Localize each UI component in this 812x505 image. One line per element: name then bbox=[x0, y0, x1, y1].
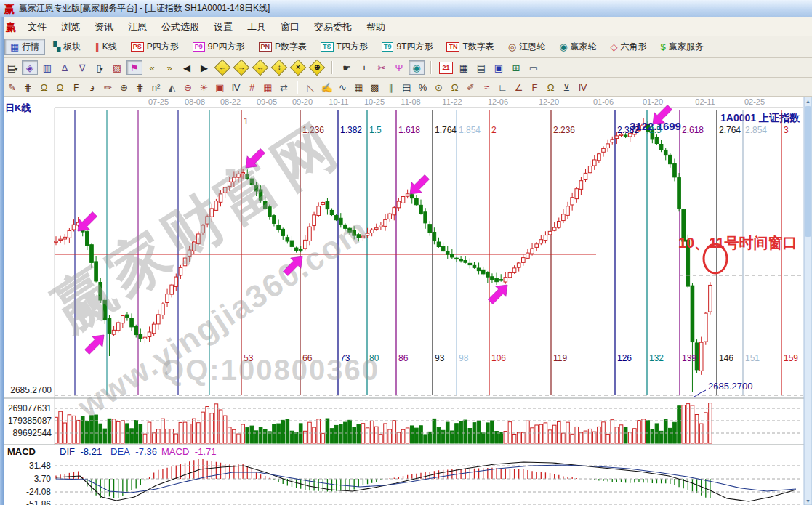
svg-text:2.764: 2.764 bbox=[719, 125, 741, 135]
toolbar-gann-wheel-button[interactable]: ◎江恩轮 bbox=[502, 39, 551, 55]
menu-item-4[interactable]: 公式选股 bbox=[154, 18, 206, 36]
svg-text:2.382: 2.382 bbox=[617, 125, 639, 135]
gann-tool-1-icon[interactable]: ⋕ bbox=[20, 80, 36, 94]
menu-item-1[interactable]: 浏览 bbox=[54, 18, 87, 36]
angle-tool-0-icon[interactable]: ◺ bbox=[303, 80, 318, 94]
step-prev-icon[interactable]: ◀ bbox=[179, 60, 195, 75]
svg-text:159: 159 bbox=[784, 353, 798, 363]
pan-right-icon[interactable]: → bbox=[233, 60, 250, 76]
print-icon[interactable]: ▭ bbox=[526, 60, 542, 75]
toolbar-sectors-button[interactable]: ▚板块 bbox=[47, 39, 87, 55]
angle-tool-14-icon[interactable]: F bbox=[527, 80, 542, 94]
menu-item-6[interactable]: 工具 bbox=[240, 18, 273, 36]
angle-tool-1-icon[interactable]: ✍ bbox=[319, 80, 334, 94]
zoom-v-icon[interactable]: ↕ bbox=[271, 60, 288, 76]
menu-item-7[interactable]: 窗口 bbox=[273, 18, 307, 36]
angle-tool-4-icon[interactable]: ▩ bbox=[367, 80, 382, 94]
toolbar-winner-service-button[interactable]: $赢家服务 bbox=[655, 39, 710, 55]
toolbar-hexagon-button[interactable]: ◇六角形 bbox=[605, 39, 653, 55]
zoom-reset-icon[interactable]: × bbox=[290, 60, 307, 76]
gann-tool-5-icon[interactable]: ϶ bbox=[84, 80, 100, 94]
angle-tool-16-icon[interactable]: ⊻ bbox=[559, 80, 574, 94]
toolbar-9t-square-button[interactable]: T99T四方形 bbox=[376, 39, 439, 55]
gann-tool-12-icon[interactable]: ✳ bbox=[196, 80, 212, 94]
zoom-h-icon[interactable]: ↔ bbox=[252, 60, 269, 76]
gann-tool-4-icon[interactable]: ₣ bbox=[68, 80, 84, 94]
bars-3-icon[interactable]: ∆ bbox=[57, 60, 73, 75]
chart-canvas[interactable]: 07-2508-0808-2209-0509-2010-1110-2511-08… bbox=[0, 97, 812, 505]
gann-tool-17-icon[interactable]: ⇄ bbox=[276, 80, 292, 94]
gann-tool-7-icon[interactable]: ⊕ bbox=[116, 80, 132, 94]
quote-detail-icon[interactable]: ▥ bbox=[39, 60, 55, 75]
gann-tool-13-icon[interactable]: ▣ bbox=[212, 80, 228, 94]
angle-tool-8-icon[interactable]: ⊙ bbox=[431, 80, 446, 94]
skip-last-icon[interactable]: » bbox=[161, 60, 177, 75]
svg-text:2.854: 2.854 bbox=[745, 125, 767, 135]
pan-left-icon[interactable]: ← bbox=[214, 60, 231, 76]
save-icon[interactable]: ▣ bbox=[491, 60, 507, 75]
toolbar-p-number-table-button[interactable]: PNP数字表 bbox=[253, 39, 313, 55]
angle-tool-3-icon[interactable]: ▦ bbox=[351, 80, 366, 94]
gann-tool-10-icon[interactable]: ◭ bbox=[164, 80, 180, 94]
candle-dropdown-icon[interactable]: ▯▾ bbox=[92, 60, 108, 75]
toolbar-p-square-button[interactable]: PSP四方形 bbox=[125, 39, 185, 55]
angle-tool-2-icon[interactable]: ∿ bbox=[335, 80, 350, 94]
angle-tool-13-icon[interactable]: ∠ bbox=[511, 80, 526, 94]
smart-tool-icon[interactable]: ◉ bbox=[409, 60, 425, 75]
notes-icon[interactable]: ▤ bbox=[473, 60, 489, 75]
toolbar-9p-square-button[interactable]: P99P四方形 bbox=[187, 39, 251, 55]
gann-tool-6-icon[interactable]: ✏ bbox=[100, 80, 116, 94]
chart-area[interactable]: 07-2508-0808-2209-0509-2010-1110-2511-08… bbox=[0, 97, 812, 505]
menu-item-8[interactable]: 交易委托 bbox=[307, 18, 359, 36]
angle-tool-15-icon[interactable]: Ω bbox=[543, 80, 558, 94]
calendar-icon[interactable]: 21 bbox=[439, 62, 453, 74]
gann-tool-0-icon[interactable]: ✎ bbox=[4, 80, 20, 94]
angle-tool-9-icon[interactable]: Ω bbox=[447, 80, 462, 94]
angle-tool-17-icon[interactable]: Ⅳ bbox=[575, 80, 590, 94]
gann-tool-16-icon[interactable]: ▦ bbox=[260, 80, 276, 94]
angle-tool-11-icon[interactable]: ≈ bbox=[479, 80, 494, 94]
svg-text:93: 93 bbox=[435, 353, 445, 363]
gann-tool-15-icon[interactable]: # bbox=[244, 80, 260, 94]
gann-tool-9-icon[interactable]: n² bbox=[148, 80, 164, 94]
flag-tool-icon[interactable]: ⚑ bbox=[126, 60, 142, 75]
measure-tool-icon[interactable]: ✂ bbox=[374, 60, 390, 75]
center-view-icon[interactable]: ⊕ bbox=[309, 60, 326, 76]
calculator-icon[interactable]: ▦ bbox=[456, 60, 472, 75]
pan-hand-icon[interactable]: ☛ bbox=[339, 60, 355, 75]
winner-wheel-label: 赢家轮 bbox=[571, 41, 597, 53]
crosshair-icon[interactable]: + bbox=[356, 60, 372, 75]
toolbar-winner-wheel-button[interactable]: ◉赢家轮 bbox=[553, 39, 602, 55]
step-next-icon[interactable]: ▶ bbox=[196, 60, 212, 75]
angle-tool-5-icon[interactable]: ∥ bbox=[383, 80, 398, 94]
title-bar[interactable]: 赢 赢家江恩专业版[赢家服务平台] - [上证指数 SH1A0001-148日K… bbox=[0, 0, 812, 17]
svg-text:12-06: 12-06 bbox=[488, 97, 508, 106]
gann-tool-8-icon[interactable]: ⋕ bbox=[132, 80, 148, 94]
angle-tool-12-icon[interactable]: ∟ bbox=[495, 80, 510, 94]
wave-tool-icon[interactable]: Ψ bbox=[391, 60, 407, 75]
gann-pattern-tool-icon[interactable]: ◈ bbox=[22, 60, 38, 75]
gann-tool-14-icon[interactable]: Ⅳ bbox=[228, 80, 244, 94]
menu-item-3[interactable]: 江恩 bbox=[121, 18, 154, 36]
gann-tool-11-icon[interactable]: ⊖ bbox=[180, 80, 196, 94]
angle-tool-6-icon[interactable]: ▤ bbox=[399, 80, 414, 94]
toolbar-t-square-button[interactable]: TST四方形 bbox=[315, 39, 374, 55]
pattern-box-icon[interactable]: ▧ bbox=[109, 60, 125, 75]
gann-tool-2-icon[interactable]: Ω bbox=[36, 80, 52, 94]
angle-tool-10-icon[interactable]: ✐ bbox=[463, 80, 478, 94]
bars-9-icon[interactable]: ∇ bbox=[74, 60, 90, 75]
network-icon[interactable]: ⊞ bbox=[508, 60, 524, 75]
toolbar-kline-button[interactable]: ∥K线 bbox=[89, 39, 123, 55]
chart-style-dropdown-icon[interactable]: ▤▾ bbox=[4, 60, 20, 75]
toolbar-t-number-table-button[interactable]: TNT数字表 bbox=[441, 39, 499, 55]
menu-item-0[interactable]: 文件 bbox=[20, 18, 54, 36]
gann-tool-3-icon[interactable]: Ω bbox=[52, 80, 68, 94]
9p-square-label: 9P四方形 bbox=[208, 41, 245, 53]
menu-item-2[interactable]: 资讯 bbox=[87, 18, 121, 36]
skip-first-icon[interactable]: « bbox=[144, 60, 160, 75]
menu-item-9[interactable]: 帮助 bbox=[359, 18, 393, 36]
angle-tool-7-icon[interactable]: % bbox=[415, 80, 430, 94]
menu-item-5[interactable]: 设置 bbox=[206, 18, 240, 36]
toolbar-quotes-button[interactable]: ▦行情 bbox=[4, 39, 45, 55]
svg-text:▼: ▼ bbox=[805, 498, 811, 504]
